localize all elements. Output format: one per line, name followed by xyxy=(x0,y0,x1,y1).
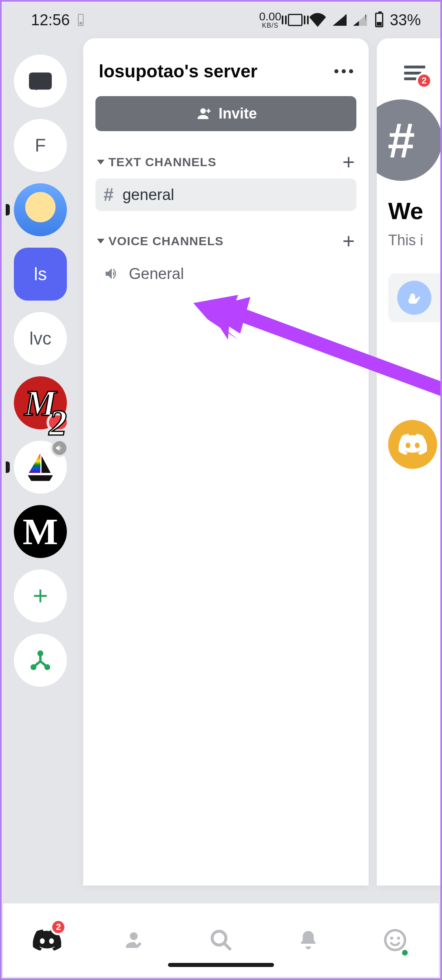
server-label: ls xyxy=(34,264,47,284)
unread-indicator xyxy=(6,204,10,215)
svg-point-10 xyxy=(397,937,400,940)
add-voice-channel-button[interactable]: + xyxy=(343,231,355,252)
section-label: TEXT CHANNELS xyxy=(108,155,217,169)
server-m-black[interactable]: M xyxy=(14,505,67,558)
student-hub-button[interactable] xyxy=(14,634,67,687)
server-rail: F ls lvc M 2 M xyxy=(10,55,71,687)
hash-icon: # xyxy=(104,185,113,205)
direct-messages-button[interactable] xyxy=(14,55,67,108)
battery-icon xyxy=(375,13,383,27)
server-title[interactable]: losupotao's server xyxy=(99,61,258,81)
welcome-action-invite[interactable] xyxy=(388,273,442,322)
bell-icon xyxy=(297,928,319,952)
wifi-icon xyxy=(309,13,326,27)
channel-label: General xyxy=(129,265,184,283)
invite-icon xyxy=(195,105,211,122)
welcome-subtitle: This i xyxy=(388,232,423,249)
server-label: lvc xyxy=(29,328,51,349)
battery-small-icon xyxy=(78,14,84,26)
chat-bubble-icon xyxy=(29,73,52,90)
plus-icon xyxy=(29,585,51,607)
dot-icon xyxy=(342,69,346,73)
speaker-icon xyxy=(104,266,120,282)
status-bar: 12:56 0.00 KB/S ! ! 33% xyxy=(2,2,440,38)
add-server-button[interactable] xyxy=(14,569,67,622)
vibrate-icon xyxy=(288,14,303,26)
voice-status-icon xyxy=(51,439,69,457)
mention-badge: 2 xyxy=(50,919,66,935)
nav-home[interactable]: 2 xyxy=(3,903,91,977)
channel-list-toggle[interactable]: 2 xyxy=(396,55,433,91)
dot-icon xyxy=(349,69,353,73)
chevron-down-icon xyxy=(97,160,104,165)
svg-text:!: ! xyxy=(365,14,367,21)
voice-channels-heading[interactable]: VOICE CHANNELS + xyxy=(95,231,356,252)
discord-icon xyxy=(398,433,427,455)
channel-label: general xyxy=(122,186,174,204)
mention-badge: 2 xyxy=(416,73,432,89)
server-ls[interactable]: ls xyxy=(14,248,67,301)
unread-indicator xyxy=(6,461,10,473)
server-more-button[interactable] xyxy=(334,69,353,73)
server-m-red[interactable]: M 2 xyxy=(14,376,67,429)
nav-notifications[interactable] xyxy=(265,903,352,977)
dot-icon xyxy=(334,69,338,73)
text-channels-heading[interactable]: TEXT CHANNELS + xyxy=(95,152,356,173)
svg-text:!: ! xyxy=(344,14,346,21)
server-f[interactable]: F xyxy=(14,119,67,172)
chevron-down-icon xyxy=(97,239,104,244)
channel-general-text[interactable]: # general xyxy=(95,178,356,211)
search-icon xyxy=(209,928,233,952)
friend-wave-icon xyxy=(122,928,146,952)
server-sail[interactable] xyxy=(14,441,67,494)
server-label: F xyxy=(35,135,46,156)
bottom-nav: 2 xyxy=(3,903,439,977)
server-label: M xyxy=(23,510,58,553)
invite-button[interactable]: Invite xyxy=(95,96,356,131)
welcome-heading: We xyxy=(388,197,423,224)
signal-1-icon: ! xyxy=(333,14,347,26)
channel-hash-hero-icon: # xyxy=(360,99,442,181)
mention-badge: 2 xyxy=(46,413,69,432)
main-content-peek[interactable]: 2 # We This i xyxy=(377,38,442,886)
server-lvc[interactable]: lvc xyxy=(14,312,67,365)
nav-profile[interactable] xyxy=(351,903,439,977)
channel-general-voice[interactable]: General xyxy=(95,257,356,290)
home-indicator[interactable] xyxy=(168,963,274,967)
server-cheese[interactable] xyxy=(14,183,67,236)
invite-label: Invite xyxy=(219,105,257,122)
battery-percent: 33% xyxy=(390,11,421,29)
wave-icon xyxy=(397,281,431,315)
signal-2-icon: ! xyxy=(353,14,367,26)
section-label: VOICE CHANNELS xyxy=(108,234,223,248)
svg-point-8 xyxy=(385,930,405,950)
nav-friends[interactable] xyxy=(91,903,178,977)
hub-icon xyxy=(29,648,52,672)
add-text-channel-button[interactable]: + xyxy=(343,152,355,173)
svg-point-9 xyxy=(390,937,393,940)
channel-drawer: losupotao's server Invite TEXT CHANNELS … xyxy=(83,38,369,886)
network-speed: 0.00 KB/S xyxy=(259,11,281,29)
online-status-dot xyxy=(400,948,409,957)
status-time: 12:56 xyxy=(31,11,70,29)
discord-logo-badge[interactable] xyxy=(388,420,437,469)
